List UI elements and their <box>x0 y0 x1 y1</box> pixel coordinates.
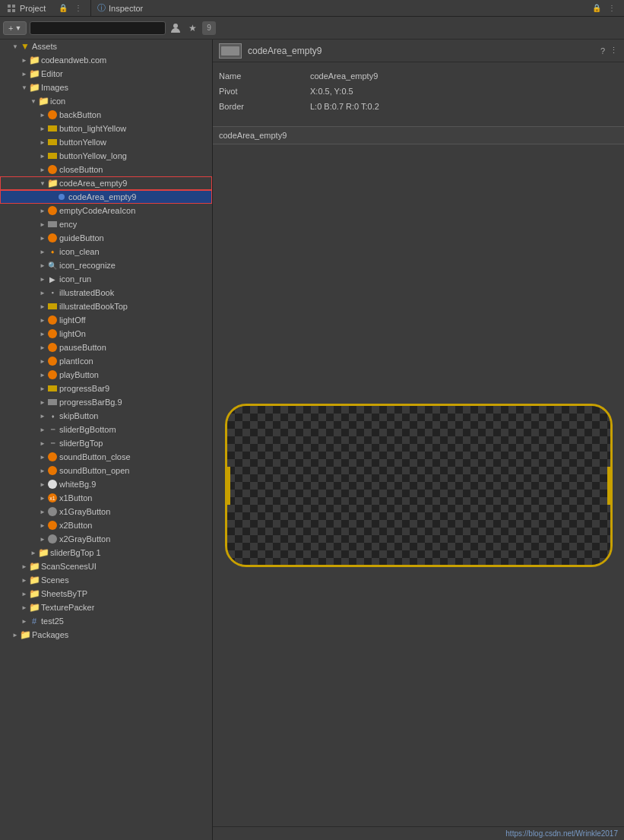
guide-btn-icon <box>47 233 58 243</box>
add-button[interactable]: + ▼ <box>3 21 27 35</box>
packages-label: Packages <box>32 630 68 639</box>
tree-item-assets[interactable]: ▼ Assets <box>0 40 212 53</box>
tree-item-plant-icon[interactable]: plantIcon <box>0 354 212 368</box>
tree-item-packages[interactable]: 📁 Packages <box>0 628 212 642</box>
tree-item-white-bg9[interactable]: whiteBg.9 <box>0 477 212 491</box>
help-icon[interactable]: ? <box>600 46 605 55</box>
star-icon[interactable]: ★ <box>185 21 199 35</box>
tree-item-close-button[interactable]: closeButton <box>0 163 212 176</box>
tree-item-button-lightyellow[interactable]: button_lightYellow <box>0 122 212 135</box>
inspector-thumbnail <box>219 43 242 59</box>
tab-inspector[interactable]: ⓘ Inspector 🔒 ⋮ <box>91 0 624 16</box>
tree-item-x1-gray-button[interactable]: x1GrayButton <box>0 505 212 518</box>
tree-item-button-yellow-long[interactable]: buttonYellow_long <box>0 149 212 163</box>
icon-run-icon: ▶ <box>47 274 58 284</box>
tab-project[interactable]: Project 🔒 ⋮ <box>0 0 91 16</box>
ill-book-label: illustratedBook <box>59 288 114 297</box>
editor-label: Editor <box>41 69 63 78</box>
play-btn-icon <box>47 369 58 380</box>
preview-label-bar: codeArea_empty9 <box>213 126 624 144</box>
search-input[interactable] <box>30 21 166 35</box>
ill-book-top-label: illustratedBookTop <box>59 302 128 311</box>
tree-item-sound-open[interactable]: soundButton_open <box>0 464 212 477</box>
inspector-lock-icon[interactable]: 🔒 <box>591 2 603 14</box>
tree-item-pause-button[interactable]: pauseButton <box>0 341 212 354</box>
inspector-info-icon: ⓘ <box>97 2 106 14</box>
scenes-folder-icon: 📁 <box>29 575 40 585</box>
field-row-pivot: Pivot X:0.5, Y:0.5 <box>213 84 624 99</box>
x1-gray-btn-icon <box>47 506 58 517</box>
tree-item-texture-packer[interactable]: 📁 TexturePacker <box>0 601 212 614</box>
tree-item-sheets[interactable]: 📁 SheetsByTP <box>0 587 212 601</box>
svg-point-4 <box>173 24 178 28</box>
tree-item-images[interactable]: 📁 Images <box>0 81 212 94</box>
play-btn-label: playButton <box>59 370 99 379</box>
texture-arrow <box>20 603 29 612</box>
tree-item-play-button[interactable]: playButton <box>0 368 212 382</box>
empty-code-label: emptyCodeAreaIcon <box>59 206 135 215</box>
tree-item-x2-button[interactable]: x2Button <box>0 518 212 532</box>
progress-bar9-arrow <box>38 384 47 393</box>
project-kebab-icon[interactable]: ⋮ <box>72 2 84 14</box>
svg-rect-1 <box>12 5 15 8</box>
tree-item-progress-bg9[interactable]: progressBarBg.9 <box>0 395 212 409</box>
assets-label: Assets <box>32 42 57 51</box>
tree-item-icon-folder[interactable]: 📁 icon <box>0 94 212 108</box>
lock-icon[interactable]: 🔒 <box>57 2 69 14</box>
play-btn-arrow <box>38 370 47 379</box>
close-btn-icon <box>47 164 58 175</box>
images-folder-icon: 📁 <box>29 82 40 93</box>
tree-item-icon-run[interactable]: ▶ icon_run <box>0 272 212 286</box>
tree-item-codeandweb[interactable]: 📁 codeandweb.com <box>0 53 212 67</box>
inspector-kebab-icon[interactable]: ⋮ <box>606 2 618 14</box>
tree-item-slider-bg-top[interactable]: ━ sliderBgTop <box>0 436 212 450</box>
tree-item-scenes[interactable]: 📁 Scenes <box>0 573 212 587</box>
white-bg9-icon <box>47 479 58 490</box>
scenes-label: Scenes <box>41 575 69 585</box>
sheets-label: SheetsByTP <box>41 589 87 598</box>
inspector-tab-label: Inspector <box>109 4 143 13</box>
tree-item-guide-button[interactable]: guideButton <box>0 231 212 245</box>
tree-item-illustrated-book[interactable]: ▪ illustratedBook <box>0 286 212 300</box>
tree-item-light-off[interactable]: lightOff <box>0 313 212 327</box>
tree-item-icon-recognize[interactable]: 🔍 icon_recognize <box>0 258 212 272</box>
tree-item-x1-button[interactable]: x1 x1Button <box>0 491 212 505</box>
tree-item-empty-code-icon[interactable]: emptyCodeAreaIcon <box>0 204 212 217</box>
person-icon[interactable] <box>169 21 182 35</box>
tree-item-slider-bg-bottom[interactable]: ━ sliderBgBottom <box>0 423 212 436</box>
tree-item-editor[interactable]: 📁 Editor <box>0 67 212 81</box>
tree-item-codearea-file[interactable]: codeArea_empty9 <box>0 190 212 204</box>
add-chevron-icon: ▼ <box>14 24 21 32</box>
x1-gray-btn-arrow <box>38 507 47 516</box>
pause-btn-label: pauseButton <box>59 343 106 352</box>
tree-item-illustrated-book-top[interactable]: illustratedBookTop <box>0 300 212 313</box>
tree-item-icon-clean[interactable]: 🔸 icon_clean <box>0 245 212 258</box>
preview-right-nub <box>607 467 613 505</box>
btn-yellow-icon <box>47 137 58 147</box>
progress-bar9-label: progressBar9 <box>59 384 109 393</box>
guide-btn-label: guideButton <box>59 233 104 242</box>
inspector-fields: Name codeArea_empty9 Pivot X:0.5, Y:0.5 … <box>213 62 624 120</box>
tree-item-scan-scenes[interactable]: 📁 ScanScenesUI <box>0 559 212 573</box>
project-tree-panel[interactable]: ▼ Assets 📁 codeandweb.com 📁 Editor 📁 Ima… <box>0 40 213 840</box>
tree-item-light-on[interactable]: lightOn <box>0 327 212 341</box>
tree-item-sound-close[interactable]: soundButton_close <box>0 450 212 464</box>
inspector-header: codeArea_empty9 ? ⋮ <box>213 40 624 62</box>
plant-arrow <box>38 357 47 366</box>
tree-item-skip-button[interactable]: ⬧ skipButton <box>0 409 212 423</box>
btn-yellow-arrow <box>38 138 47 147</box>
tree-item-x2-gray-button[interactable]: x2GrayButton <box>0 532 212 546</box>
light-on-icon <box>47 328 58 339</box>
tree-item-button-yellow[interactable]: buttonYellow <box>0 135 212 149</box>
attribution-link[interactable]: https://blog.csdn.net/Wrinkle2017 <box>505 829 618 838</box>
preview-label: codeArea_empty9 <box>219 131 287 140</box>
tree-item-ency[interactable]: ency <box>0 217 212 231</box>
texture-folder-icon: 📁 <box>29 602 40 613</box>
tree-item-slider-bg-top-1[interactable]: 📁 sliderBgTop 1 <box>0 546 212 559</box>
tree-item-progress-bar9[interactable]: progressBar9 <box>0 382 212 395</box>
tree-item-test25[interactable]: # test25 <box>0 614 212 628</box>
inspector-menu-icon[interactable]: ⋮ <box>610 46 618 55</box>
tree-item-codearea-folder[interactable]: 📁 codeArea_empty9 <box>0 176 212 190</box>
tree-item-backbutton[interactable]: backButton <box>0 108 212 122</box>
x1-btn-label: x1Button <box>59 493 92 502</box>
